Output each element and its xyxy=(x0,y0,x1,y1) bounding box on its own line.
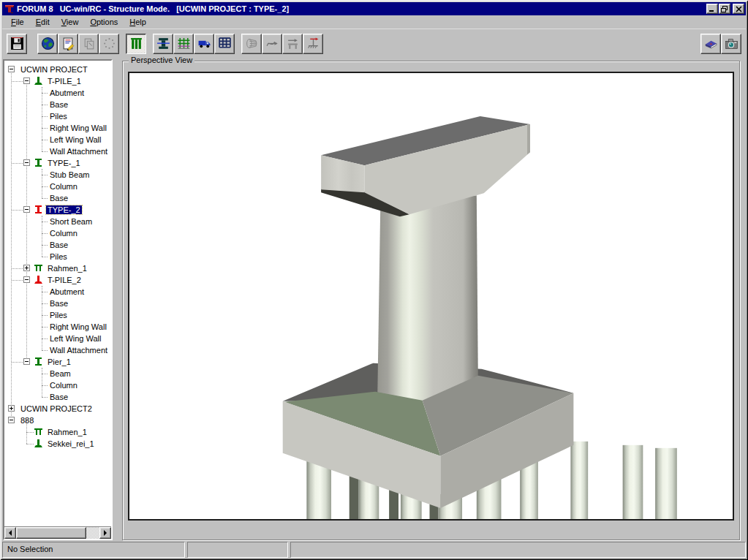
book-icon xyxy=(704,37,718,50)
collapse-icon[interactable] xyxy=(23,159,30,166)
i-beam-icon xyxy=(34,205,43,214)
restore-button[interactable] xyxy=(719,4,730,14)
menu-view[interactable]: View xyxy=(56,17,85,27)
tree-item-base[interactable]: Base xyxy=(4,239,111,251)
menu-bar: File Edit View Options Help xyxy=(2,15,746,29)
rahmen-frame-button[interactable] xyxy=(173,34,194,54)
snapshot-camera-button[interactable] xyxy=(721,34,741,54)
collapse-icon[interactable] xyxy=(23,206,30,213)
i-beam-icon xyxy=(34,158,43,167)
minimize-button[interactable] xyxy=(706,4,718,14)
edit-document-button[interactable] xyxy=(58,34,78,54)
left-arrow-icon xyxy=(6,530,12,536)
close-icon xyxy=(736,6,742,12)
tree-item-beam[interactable]: Beam xyxy=(4,368,111,379)
tree-item-piles[interactable]: Piles xyxy=(4,251,111,262)
pier-mode-button[interactable] xyxy=(126,34,146,54)
grid-table-button[interactable] xyxy=(214,34,235,54)
help-book-button[interactable] xyxy=(700,34,721,54)
column-3d xyxy=(377,195,478,401)
menu-file[interactable]: File xyxy=(5,17,30,27)
tree-item-column[interactable]: Column xyxy=(4,181,111,192)
perspective-viewport[interactable] xyxy=(128,72,734,521)
menu-edit[interactable]: Edit xyxy=(30,17,56,27)
collapse-icon[interactable] xyxy=(23,276,30,283)
tree-item-base[interactable]: Base xyxy=(4,192,111,204)
project-tree-panel: UCWIN PROJECT T-PILE_1 Abutment Base Pil… xyxy=(3,59,113,540)
expand-icon[interactable] xyxy=(23,265,30,271)
tree-item-left-wing-wall[interactable]: Left Wing Wall xyxy=(4,333,111,344)
title-bar[interactable]: FORUM 8 UC-win/RC - Structure Mode. [UCW… xyxy=(2,2,746,15)
status-bar: No Selection xyxy=(2,542,746,558)
ground-load-button[interactable] xyxy=(303,34,323,54)
i-girder-button[interactable] xyxy=(153,34,173,54)
collapse-icon[interactable] xyxy=(23,77,30,84)
section-curve-icon xyxy=(265,37,279,50)
scrollbar-thumb[interactable] xyxy=(16,527,86,539)
rahmen-icon xyxy=(34,263,43,273)
pile-icon xyxy=(34,76,43,86)
tree-item-type-1[interactable]: TYPE-_1 xyxy=(4,157,111,169)
tree-item-t-pile-1[interactable]: T-PILE_1 xyxy=(4,75,111,87)
render-globe-button[interactable] xyxy=(37,34,58,54)
tree-item-piles[interactable]: Piles xyxy=(4,110,111,122)
support-table-button[interactable] xyxy=(282,34,303,54)
tree-item-rahmen-1[interactable]: Rahmen_1 xyxy=(4,262,111,274)
tree-item-pier-1[interactable]: Pier_1 xyxy=(4,356,111,368)
perspective-view-label: Perspective View xyxy=(129,56,194,64)
tree-item-piles[interactable]: Piles xyxy=(4,309,111,321)
tree-horizontal-scrollbar[interactable] xyxy=(4,526,111,539)
tree-item-column[interactable]: Column xyxy=(4,227,111,239)
save-button[interactable] xyxy=(7,34,27,54)
view-area: Perspective View xyxy=(113,59,746,540)
tree-item-stub-beam[interactable]: Stub Beam xyxy=(4,169,111,181)
vehicle-button[interactable] xyxy=(194,34,214,54)
grid-table-icon xyxy=(218,37,232,50)
menu-options[interactable]: Options xyxy=(84,17,124,27)
tree-item-ucwin-project2[interactable]: UCWIN PROJECT2 xyxy=(4,403,111,415)
tree-item-right-wing-wall[interactable]: Right Wing Wall xyxy=(4,122,111,134)
tree-item-base[interactable]: Base xyxy=(4,298,111,309)
selection-disabled-button[interactable] xyxy=(99,34,119,54)
tree-item-type-2-selected[interactable]: TYPE-_2 xyxy=(4,204,111,216)
edit-document-icon xyxy=(61,37,75,50)
app-window: FORUM 8 UC-win/RC - Structure Mode. [UCW… xyxy=(0,0,748,560)
collapse-icon[interactable] xyxy=(8,66,15,72)
tree-item-base[interactable]: Base xyxy=(4,391,111,403)
expand-icon[interactable] xyxy=(8,405,15,412)
tree-item-right-wing-wall[interactable]: Right Wing Wall xyxy=(4,321,111,333)
scroll-left-button[interactable] xyxy=(4,527,16,539)
collapse-icon[interactable] xyxy=(23,358,30,365)
tree-item-sekkei-rei-1[interactable]: Sekkei_rei_1 xyxy=(4,438,111,450)
tree-item-t-pile-2[interactable]: T-PILE_2 xyxy=(4,274,111,286)
i-beam-icon xyxy=(34,357,43,366)
project-tree[interactable]: UCWIN PROJECT T-PILE_1 Abutment Base Pil… xyxy=(4,61,111,526)
close-button[interactable] xyxy=(733,4,744,14)
tree-item-column[interactable]: Column xyxy=(4,379,111,391)
status-selection: No Selection xyxy=(2,542,185,558)
section-curve-button[interactable] xyxy=(262,34,282,54)
tree-item-ucwin-project[interactable]: UCWIN PROJECT xyxy=(4,64,111,75)
pier-3d-model xyxy=(129,73,733,519)
tree-item-wall-attachment[interactable]: Wall Attachment xyxy=(4,145,111,157)
tree-item-wall-attachment[interactable]: Wall Attachment xyxy=(4,344,111,356)
tree-item-left-wing-wall[interactable]: Left Wing Wall xyxy=(4,134,111,145)
tree-item-rahmen-1-888[interactable]: Rahmen_1 xyxy=(4,426,111,438)
rahmen-icon xyxy=(34,427,43,436)
document-disabled-icon xyxy=(82,37,96,50)
scroll-right-button[interactable] xyxy=(99,527,111,539)
cylinder-disabled-button[interactable] xyxy=(241,34,262,54)
tree-item-base[interactable]: Base xyxy=(4,99,111,110)
i-girder-icon xyxy=(156,37,170,50)
collapse-icon[interactable] xyxy=(8,417,15,423)
tree-item-888[interactable]: 888 xyxy=(4,415,111,426)
document-disabled-button[interactable] xyxy=(78,34,99,54)
tree-item-abutment[interactable]: Abutment xyxy=(4,87,111,99)
tree-item-short-beam[interactable]: Short Beam xyxy=(4,216,111,227)
minimize-icon xyxy=(709,6,716,12)
perspective-groupbox: Perspective View xyxy=(122,61,740,540)
tree-item-abutment[interactable]: Abutment xyxy=(4,286,111,298)
support-table-icon xyxy=(286,37,300,50)
status-panel-2 xyxy=(187,542,288,558)
menu-help[interactable]: Help xyxy=(124,17,152,27)
